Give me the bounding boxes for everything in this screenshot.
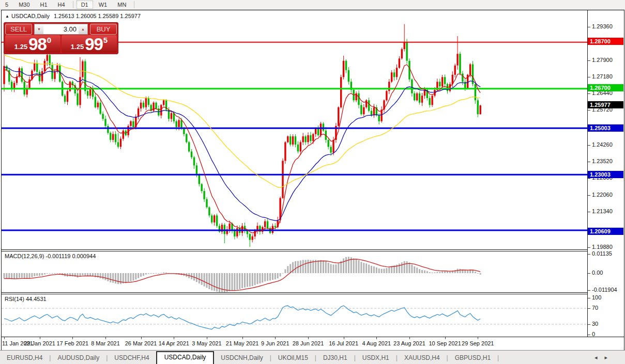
rsi-scale-label: 0 [592,331,595,337]
buy-button[interactable]: BUY [90,24,117,35]
macd-scale-label: 0.00 [592,270,603,276]
price-tick-label: 1.24260 [592,141,613,148]
lot-size-spinner: ▼ ▲ [34,24,88,35]
lot-size-input[interactable] [43,24,79,35]
collapse-panel-icon[interactable]: ▲ [5,14,9,19]
date-label: 9 Jun 2021 [261,340,289,346]
price-tick-label: 1.23520 [592,158,613,164]
date-label: 29 Sep 2021 [462,340,494,346]
sell-price-pip: 0 [47,36,51,44]
rsi-tick-mark [588,308,590,309]
price-badge-1.26700: 1.26700 [588,84,623,91]
date-tick-mark [40,337,40,339]
macd-label: MACD(12,26,9) -0.001119 0.000944 [5,253,96,259]
tab-eurusd[interactable]: EURUSD,H4 [0,352,49,364]
symbol-tab-bar: EURUSD,H4|AUDUSD,Daily|USDCHF,H4USDCAD,D… [0,350,625,364]
toolbar-separator [73,1,73,8]
price-tick-label: 1.29360 [592,23,613,29]
price-tick-mark [588,27,590,27]
date-label: 26 Mar 2021 [125,340,157,346]
tab-usdx[interactable]: USDX,H1 [356,352,396,364]
tab-dj30[interactable]: DJ30,H1 [316,352,354,364]
price-badge-1.23003: 1.23003 [588,171,623,178]
tab-ukoil[interactable]: UKOil,M15 [271,352,315,364]
macd-tick-mark [588,254,590,255]
rsi-scale-label: 70 [592,305,598,311]
tab-usdcnh[interactable]: USDCNH,Daily [214,352,269,364]
price-badge-1.20609: 1.20609 [588,228,623,235]
macd-tick-mark [588,273,590,274]
date-label: 21 May 2021 [226,340,259,346]
timeframe-button-h1[interactable]: H1 [36,1,52,9]
timeframe-button-w1[interactable]: W1 [94,1,112,9]
timeframe-button-5[interactable]: 5 [1,1,13,9]
date-tick-mark [242,337,243,339]
date-tick-mark [344,337,344,339]
tab-xauusd[interactable]: XAUUSD,H4 [398,352,447,364]
price-badge-1.25977: 1.25977 [588,101,623,108]
rsi-label: RSI(14) 44.4531 [5,296,47,302]
price-tick-mark [588,77,590,77]
tab-scroll-arrows[interactable]: ◂▸ [594,354,615,364]
date-tick-mark [72,337,73,339]
date-label: 4 Aug 2021 [362,340,391,346]
date-tick-mark [308,337,309,339]
price-tick-label: 1.19880 [592,244,613,250]
price-tick-mark [588,110,590,110]
date-label: 3 May 2021 [192,340,221,346]
date-label: 16 Jul 2021 [329,340,358,346]
price-tick-label: 1.22060 [592,192,613,198]
price-tick-label: 1.27180 [592,73,613,80]
timeframe-button-mn[interactable]: MN [113,1,131,9]
one-click-trading-panel: SELL ▼ ▲ BUY 1.25 98 0 1.25 99 5 [4,22,118,54]
buy-price-display[interactable]: 1.25 99 5 [62,35,117,53]
rsi-tick-mark [588,298,590,298]
price-tick-mark [588,60,590,61]
chart-title: ▲USDCAD,Daily1.25613 1.26005 1.25589 1.2… [5,13,141,19]
tab-usdchf[interactable]: USDCHF,H4 [108,352,156,364]
price-tick-mark [588,247,590,248]
date-tick-mark [207,337,207,339]
lot-increase-button[interactable]: ▲ [79,24,88,35]
tab-audusd[interactable]: AUDUSD,Daily [51,352,106,364]
price-badge-1.28700: 1.28700 [588,38,623,45]
timeframe-toolbar: 5M30H1H4D1W1MN [0,0,625,10]
timeframe-button-m30[interactable]: M30 [14,1,34,9]
sell-price-display[interactable]: 1.25 98 0 [5,35,60,53]
macd-scale-label: 0.01135 [592,250,612,257]
sell-button[interactable]: SELL [5,24,32,35]
date-label: 8 Mar 2021 [91,340,120,346]
date-tick-mark [141,337,142,339]
price-tick-mark [588,178,590,179]
tab-usdcad[interactable]: USDCAD,Daily [156,351,215,364]
rsi-scale-label: 30 [592,321,598,327]
tab-separator: | [497,354,499,364]
buy-price-big: 99 [85,36,103,53]
lot-decrease-button[interactable]: ▼ [34,24,43,35]
date-label: 14 Apr 2021 [159,340,189,346]
symbol-period-label: USDCAD,Daily [11,13,50,19]
date-label: 17 Feb 2021 [56,340,88,346]
timeframe-button-h4[interactable]: H4 [53,1,70,9]
buy-price-prefix: 1.25 [71,43,84,51]
date-tick-mark [4,337,5,339]
macd-scale-label: -0.011904 [592,287,617,293]
price-tick-label: 1.27900 [592,57,613,63]
timeframe-button-d1[interactable]: D1 [77,1,93,9]
date-label: 23 Aug 2021 [393,340,425,346]
price-tick-label: 1.21340 [592,208,613,214]
rsi-scale-label: 100 [592,294,601,300]
date-tick-mark [478,337,478,339]
date-label: 28 Jun 2021 [293,340,324,346]
macd-tick-mark [588,290,590,291]
price-tick-mark [588,93,590,94]
date-tick-mark [445,337,446,339]
date-label: 29 Jan 2021 [24,340,55,346]
sell-price-big: 98 [28,36,47,53]
date-tick-mark [409,337,410,339]
tab-gbpusd[interactable]: GBPUSD,H1 [448,352,497,364]
rsi-tick-mark [588,335,590,335]
price-chart[interactable] [2,10,587,337]
date-tick-mark [174,337,174,339]
toolbar-separator [134,1,134,8]
